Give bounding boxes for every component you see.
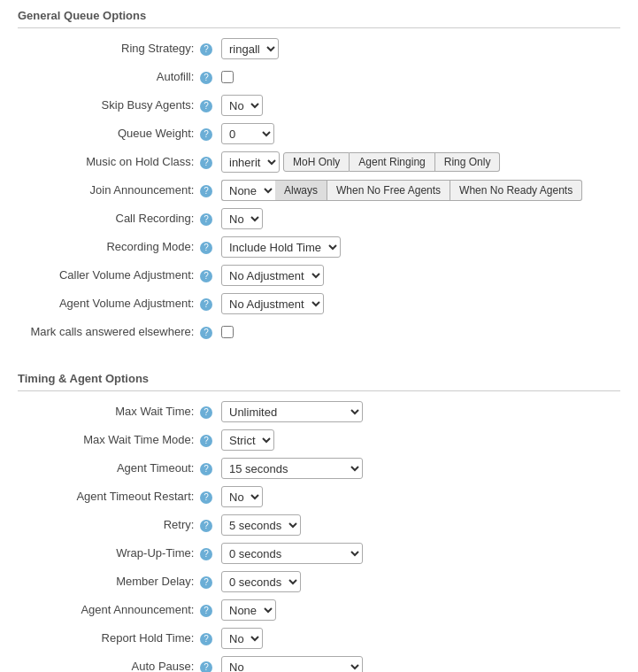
ring-only-button[interactable]: Ring Only (435, 152, 501, 172)
general-section-title: General Queue Options (18, 9, 620, 22)
max-wait-mode-label: Max Wait Time Mode: ? (18, 433, 221, 447)
skip-busy-help-icon[interactable]: ? (200, 100, 212, 112)
moh-only-button[interactable]: MoH Only (283, 152, 350, 172)
recording-mode-label: Recording Mode: ? (18, 240, 221, 254)
music-hold-help-icon[interactable]: ? (200, 157, 212, 169)
recording-mode-select[interactable]: Include Hold Time (221, 236, 341, 258)
wrap-up-label: Wrap-Up-Time: ? (18, 546, 221, 560)
auto-pause-label: Auto Pause: ? (18, 660, 221, 672)
agent-timeout-control: 15 seconds (221, 458, 363, 479)
call-recording-control: No (221, 208, 263, 229)
queue-weight-label: Queue Weight: ? (18, 127, 221, 141)
agent-volume-label: Agent Volume Adjustment: ? (18, 297, 221, 311)
max-wait-time-select[interactable]: Unlimited (221, 401, 363, 422)
max-wait-time-control: Unlimited (221, 401, 363, 422)
retry-help-icon[interactable]: ? (200, 520, 212, 532)
agent-announcement-control: None (221, 599, 276, 621)
auto-pause-select[interactable]: No (221, 656, 363, 672)
skip-busy-control: No (221, 95, 263, 116)
caller-volume-select[interactable]: No Adjustment (221, 265, 324, 286)
music-hold-btn-group: MoH Only Agent Ringing Ring Only (283, 152, 500, 172)
skip-busy-label: Skip Busy Agents: ? (18, 98, 221, 112)
max-wait-time-label: Max Wait Time: ? (18, 405, 221, 419)
max-wait-mode-help-icon[interactable]: ? (200, 435, 212, 447)
agent-volume-help-icon[interactable]: ? (200, 298, 212, 311)
report-hold-time-label: Report Hold Time: ? (18, 631, 221, 645)
agent-ringing-button[interactable]: Agent Ringing (350, 152, 434, 172)
ring-strategy-control: ringall (221, 38, 279, 59)
max-wait-mode-select[interactable]: Strict (221, 429, 274, 451)
agent-timeout-label: Agent Timeout: ? (18, 461, 221, 475)
wrap-up-select[interactable]: 0 seconds (221, 543, 363, 564)
queue-weight-control: 0 (221, 123, 274, 144)
join-announcement-help-icon[interactable]: ? (200, 185, 212, 197)
agent-timeout-select[interactable]: 15 seconds (221, 458, 363, 479)
caller-volume-control: No Adjustment (221, 265, 324, 286)
member-delay-select[interactable]: 0 seconds (221, 571, 301, 592)
join-no-ready-button[interactable]: When No Ready Agents (450, 180, 582, 201)
agent-volume-select[interactable]: No Adjustment (221, 293, 324, 314)
call-recording-label: Call Recording: ? (18, 212, 221, 226)
max-wait-time-help-icon[interactable]: ? (200, 406, 212, 419)
autofill-label: Autofill: ? (18, 70, 221, 84)
retry-control: 5 seconds (221, 514, 301, 536)
agent-announcement-label: Agent Announcement: ? (18, 603, 221, 617)
auto-pause-help-icon[interactable]: ? (200, 661, 212, 672)
join-always-button[interactable]: Always (275, 180, 327, 201)
autofill-control (221, 71, 234, 83)
agent-announcement-select[interactable]: None (221, 599, 276, 621)
member-delay-control: 0 seconds (221, 571, 301, 592)
agent-announcement-help-icon[interactable]: ? (200, 605, 212, 617)
report-hold-time-select[interactable]: No (221, 628, 263, 649)
music-hold-select[interactable]: inherit (221, 151, 280, 173)
agent-timeout-restart-label: Agent Timeout Restart: ? (18, 490, 221, 504)
caller-volume-help-icon[interactable]: ? (200, 270, 212, 282)
agent-timeout-restart-help-icon[interactable]: ? (200, 491, 212, 504)
recording-mode-help-icon[interactable]: ? (200, 242, 212, 254)
max-wait-mode-control: Strict (221, 429, 274, 451)
member-delay-help-icon[interactable]: ? (200, 576, 212, 589)
autofill-checkbox[interactable] (221, 71, 234, 83)
report-hold-time-help-icon[interactable]: ? (200, 633, 212, 645)
agent-timeout-help-icon[interactable]: ? (200, 463, 212, 475)
join-row: None Always When No Free Agents When No … (221, 180, 582, 201)
join-announcement-label: Join Announcement: ? (18, 183, 221, 197)
queue-weight-select[interactable]: 0 (221, 123, 274, 144)
call-recording-select[interactable]: No (221, 208, 263, 229)
wrap-up-control: 0 seconds (221, 543, 363, 564)
autofill-help-icon[interactable]: ? (200, 72, 212, 84)
auto-pause-control: No (221, 656, 363, 672)
retry-select[interactable]: 5 seconds (221, 514, 301, 536)
skip-busy-select[interactable]: No (221, 95, 263, 116)
agent-volume-control: No Adjustment (221, 293, 324, 314)
recording-mode-control: Include Hold Time (221, 236, 341, 258)
join-no-free-button[interactable]: When No Free Agents (327, 180, 450, 201)
music-hold-control: inherit MoH Only Agent Ringing Ring Only (221, 151, 500, 173)
timing-section-title: Timing & Agent Options (18, 372, 620, 385)
call-recording-help-icon[interactable]: ? (200, 213, 212, 226)
music-hold-label: Music on Hold Class: ? (18, 155, 221, 169)
mark-calls-label: Mark calls answered elsewhere: ? (18, 325, 221, 339)
join-none-select[interactable]: None (221, 180, 275, 201)
mark-calls-help-icon[interactable]: ? (200, 327, 212, 339)
ring-strategy-label: Ring Strategy: ? (18, 42, 221, 56)
queue-weight-help-icon[interactable]: ? (200, 128, 212, 141)
mark-calls-checkbox[interactable] (221, 326, 234, 338)
agent-timeout-restart-control: No (221, 486, 263, 507)
member-delay-label: Member Delay: ? (18, 575, 221, 589)
join-announcement-control: None Always When No Free Agents When No … (221, 180, 582, 201)
agent-timeout-restart-select[interactable]: No (221, 486, 263, 507)
ring-strategy-help-icon[interactable]: ? (200, 43, 212, 56)
report-hold-time-control: No (221, 628, 263, 649)
caller-volume-label: Caller Volume Adjustment: ? (18, 268, 221, 282)
ring-strategy-select[interactable]: ringall (221, 38, 279, 59)
wrap-up-help-icon[interactable]: ? (200, 548, 212, 560)
mark-calls-control (221, 326, 234, 338)
retry-label: Retry: ? (18, 518, 221, 532)
